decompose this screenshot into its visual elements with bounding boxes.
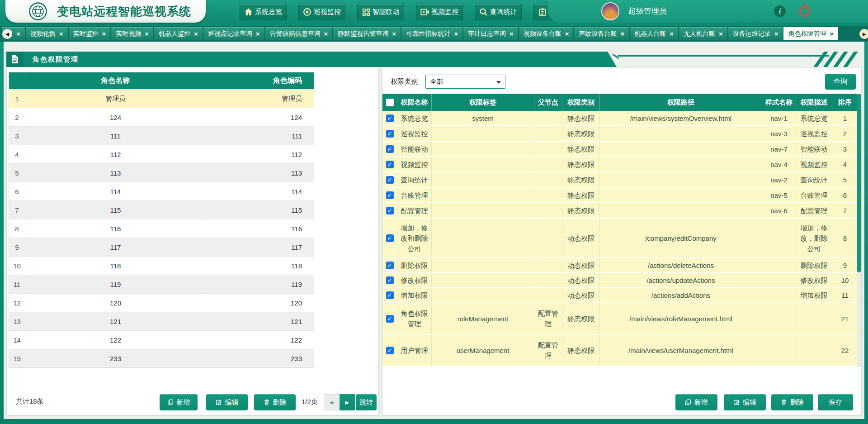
row-checkbox[interactable]: ✓ (386, 176, 394, 184)
close-icon[interactable]: × (830, 30, 834, 37)
power-icon[interactable] (799, 6, 810, 17)
role-row-10[interactable]: 10118118 (9, 256, 314, 275)
permission-row-9[interactable]: ✓删除权限动态权限/actions/deleteActions删除权限9 (382, 258, 858, 273)
role-row-2[interactable]: 2124124 (9, 108, 314, 126)
permission-desc-cell: 增加，修改，删除公司 (796, 219, 832, 257)
nav-button-5[interactable]: 查询统计 (475, 4, 522, 20)
tab-label: 审计日志查询 (468, 30, 506, 38)
tab-14[interactable]: 无人机台账× (679, 27, 728, 40)
tab-10[interactable]: 审计日志查询× (463, 27, 519, 40)
role-row-9[interactable]: 9117117 (9, 238, 314, 256)
row-checkbox[interactable]: ✓ (386, 262, 394, 269)
tabs-scroll-right-button[interactable]: ▶ (859, 29, 868, 39)
close-icon[interactable]: × (194, 30, 198, 37)
tab-4[interactable]: 实时视频× (111, 27, 154, 40)
search-button[interactable]: 查询 (825, 74, 856, 90)
permissions-edit-button[interactable]: 编辑 (724, 394, 766, 410)
nav-button-4[interactable]: 视频监控 (416, 4, 463, 20)
tab-7[interactable]: 告警缺陷信息查询× (265, 27, 334, 40)
tab-16[interactable]: 角色权限管理× (783, 27, 839, 40)
role-row-8[interactable]: 8116116 (9, 219, 314, 238)
permissions-save-button[interactable]: 保存 (818, 394, 853, 410)
tab-11[interactable]: 视频设备台账× (519, 27, 575, 40)
close-icon[interactable]: × (145, 30, 149, 37)
prev-page-button[interactable]: ◀ (324, 394, 339, 410)
scrollbar-thumb[interactable] (857, 94, 861, 272)
role-row-5[interactable]: 5113113 (9, 163, 314, 182)
row-checkbox[interactable]: ✓ (386, 276, 394, 284)
role-row-6[interactable]: 6114114 (9, 182, 314, 200)
tab-3[interactable]: 实时监控× (69, 27, 112, 40)
role-row-7[interactable]: 7115115 (9, 200, 314, 219)
close-icon[interactable]: × (670, 30, 674, 37)
nav-button-2[interactable]: 巡视监控 (298, 4, 345, 20)
close-icon[interactable]: × (454, 30, 458, 37)
permission-row-3[interactable]: ✓智能联动静态权限nav-7智能联动3 (382, 142, 858, 157)
row-checkbox[interactable]: ✓ (386, 145, 394, 153)
permissions-delete-button[interactable]: 删除 (771, 394, 813, 410)
row-checkbox[interactable]: ✓ (386, 114, 394, 122)
tab-6[interactable]: 巡视点记录查询× (203, 27, 265, 40)
close-icon[interactable]: × (719, 30, 723, 37)
role-row-1[interactable]: 1管理员管理员 (9, 89, 314, 108)
roles-add-button[interactable]: 新增 (160, 394, 198, 410)
tab-13[interactable]: 机器人台账× (630, 27, 679, 40)
row-checkbox[interactable]: ✓ (386, 291, 394, 299)
nav-button-3[interactable]: 智能联动 (357, 4, 404, 20)
tab-9[interactable]: 可靠性指标统计× (401, 27, 463, 40)
permission-row-4[interactable]: ✓视频监控静态权限nav-4视频监控4 (382, 157, 858, 172)
role-row-12[interactable]: 12120120 (9, 293, 314, 312)
row-checkbox[interactable]: ✓ (386, 161, 394, 168)
permission-category-select[interactable]: 全部 (425, 75, 505, 89)
row-checkbox[interactable]: ✓ (386, 207, 394, 214)
role-row-11[interactable]: 11119119 (9, 275, 314, 293)
permission-row-21[interactable]: ✓角色权限管理roleManagement配置管理静态权限/main/views… (382, 303, 858, 335)
tabs-scroll-left-button[interactable]: ◀ (2, 29, 12, 39)
role-row-3[interactable]: 3111111 (9, 126, 314, 145)
tab-8[interactable]: 静默监视告警查询× (333, 27, 401, 40)
permissions-add-button[interactable]: 新增 (675, 394, 717, 410)
close-icon[interactable]: × (324, 30, 328, 37)
permission-row-5[interactable]: ✓查询统计静态权限nav-2查询统计5 (382, 172, 858, 188)
info-icon[interactable]: i (774, 5, 786, 17)
close-icon[interactable]: × (256, 30, 260, 37)
tab-5[interactable]: 机器人监控× (154, 27, 203, 40)
role-row-14[interactable]: 14122122 (9, 330, 314, 349)
roles-edit-button[interactable]: 编辑 (206, 394, 248, 410)
permissions-scrollbar[interactable] (857, 94, 861, 367)
permission-tag-cell (432, 126, 534, 141)
row-checkbox[interactable]: ✓ (386, 234, 394, 242)
row-checkbox[interactable]: ✓ (386, 191, 394, 199)
permission-row-2[interactable]: ✓巡视监控静态权限nav-3巡视监控2 (382, 126, 858, 142)
close-icon[interactable]: × (16, 30, 20, 37)
select-all-checkbox[interactable] (386, 99, 394, 106)
row-checkbox[interactable]: ✓ (386, 315, 394, 323)
permission-row-1[interactable]: ✓系统总览system静态权限/main/views/systemOvervie… (382, 111, 858, 126)
permission-row-8[interactable]: ✓增加，修改和删除公司动态权限/company/editCompany增加，修改… (382, 219, 858, 258)
tab-12[interactable]: 声纹设备台账× (574, 27, 630, 40)
tab-2[interactable]: 视频轮播× (26, 27, 69, 40)
role-row-15[interactable]: 15233233 (9, 349, 314, 367)
close-icon[interactable]: × (774, 30, 778, 37)
tab-15[interactable]: 设备运维记录× (728, 27, 784, 40)
permission-row-6[interactable]: ✓台账管理静态权限nav-5台账管理6 (382, 188, 858, 203)
permission-row-10[interactable]: ✓修改权限动态权限/actions/updateActions修改权限10 (382, 273, 858, 288)
row-checkbox[interactable]: ✓ (386, 347, 394, 354)
jump-page-button[interactable]: 跳转 (356, 394, 377, 410)
close-icon[interactable]: × (620, 30, 624, 37)
close-icon[interactable]: × (59, 30, 63, 37)
next-page-button[interactable]: ▶ (340, 394, 355, 410)
close-icon[interactable]: × (509, 30, 514, 37)
nav-button-1[interactable]: 系统总览 (240, 4, 287, 20)
role-row-4[interactable]: 4112112 (9, 145, 314, 163)
roles-delete-button[interactable]: 删除 (254, 394, 296, 410)
permission-row-22[interactable]: ✓用户管理userManagement配置管理静态权限/main/views/u… (382, 335, 858, 367)
permission-row-11[interactable]: ✓增加权限动态权限/actions/addActions增加权限11 (382, 288, 858, 303)
close-icon[interactable]: × (102, 30, 106, 37)
avatar[interactable] (601, 2, 619, 20)
role-row-13[interactable]: 13121121 (9, 312, 314, 330)
close-icon[interactable]: × (565, 30, 569, 37)
close-icon[interactable]: × (392, 30, 396, 37)
row-checkbox[interactable]: ✓ (386, 130, 394, 138)
permission-row-7[interactable]: ✓配置管理静态权限nav-6配置管理7 (382, 203, 858, 219)
